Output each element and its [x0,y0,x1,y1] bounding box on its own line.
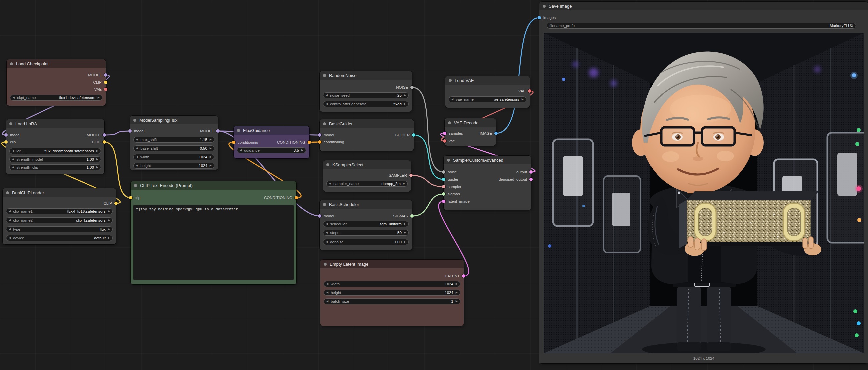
port-dot[interactable] [104,88,107,91]
port-dot[interactable] [232,141,235,144]
node-flux-guidance[interactable]: FluxGuidance conditioning CONDITIONING ◀… [234,126,309,158]
node-header[interactable]: Load VAE [445,76,530,85]
port-dot[interactable] [128,129,132,133]
widget-width[interactable]: ◀ width 1024 ▶ [323,281,460,287]
input-port-sampler[interactable]: sampler [442,184,461,189]
prev-value-icon[interactable]: ◀ [9,210,11,213]
widget-device[interactable]: ◀ device default ▶ [6,235,113,241]
node-dual-clip-loader[interactable]: DualCLIPLoader CLIP ◀ clip_name1 t5xxl_f… [3,188,116,244]
widget-base-shift[interactable]: ◀ base_shift 0.50 ▶ [133,145,215,152]
input-port-images[interactable]: images [538,15,556,20]
node-header[interactable]: RandomNoise [319,71,412,80]
node-sampler-custom-advanced[interactable]: SamplerCustomAdvanced noise guider sampl… [444,156,531,210]
port-dot[interactable] [410,214,414,218]
next-value-icon[interactable]: ▶ [96,150,98,152]
increment-icon[interactable]: ▶ [404,231,406,234]
input-port-guider[interactable]: guider [442,177,458,182]
port-dot[interactable] [308,141,311,144]
node-header[interactable]: ModelSamplingFlux [130,116,218,124]
decrement-icon[interactable]: ◀ [136,147,138,150]
input-port-model[interactable]: model [318,213,334,218]
increment-icon[interactable]: ▶ [96,158,98,161]
widget-steps[interactable]: ◀ steps 50 ▶ [323,230,409,236]
node-load-lora[interactable]: Load LoRA model clip MODEL CLIP ◀ lor ..… [6,119,104,174]
prev-value-icon[interactable]: ◀ [326,103,328,105]
widget-vae-name[interactable]: ◀ vae_name ae.safetensors ▶ [449,96,526,102]
collapse-dot[interactable] [543,5,546,8]
port-dot[interactable] [318,140,321,144]
prompt-textarea[interactable]: tjtoy toy holding sparkgpu gpu in a data… [133,205,293,280]
prev-value-icon[interactable]: ◀ [9,219,11,222]
widget-width[interactable]: ◀ width 1024 ▶ [133,154,215,160]
node-load-checkpoint[interactable]: Load Checkpoint MODEL CLIP VAE ◀ ckpt_na… [7,59,106,106]
next-value-icon[interactable]: ▶ [98,96,100,99]
increment-icon[interactable]: ▶ [456,291,458,294]
widget-type[interactable]: ◀ type flux ▶ [6,226,113,232]
widget-noise-seed[interactable]: ◀ noise_seed 25 ▶ [323,92,409,98]
next-value-icon[interactable]: ▶ [404,103,406,105]
next-value-icon[interactable]: ▶ [108,210,110,213]
collapse-dot[interactable] [323,74,326,77]
port-dot[interactable] [4,140,8,144]
node-load-vae[interactable]: Load VAE VAE ◀ vae_name ae.safetensors ▶ [445,76,530,108]
increment-icon[interactable]: ▶ [210,147,212,150]
input-port-model[interactable]: model [318,132,334,138]
port-dot[interactable] [409,174,413,177]
collapse-dot[interactable] [323,263,327,266]
increment-icon[interactable]: ▶ [301,149,303,152]
node-random-noise[interactable]: RandomNoise NOISE ◀ noise_seed 25 ▶ ◀ co… [319,71,412,112]
increment-icon[interactable]: ▶ [456,283,458,285]
widget-scheduler[interactable]: ◀ scheduler sgm_uniform ▶ [323,221,409,227]
input-port-model[interactable]: model [128,128,145,134]
node-header[interactable]: Load Checkpoint [7,59,106,68]
node-header[interactable]: SamplerCustomAdvanced [444,156,531,164]
port-dot[interactable] [442,170,445,174]
widget-filename-prefix[interactable]: filename_prefix MarkuryFLUX [547,23,856,29]
prev-value-icon[interactable]: ◀ [451,98,453,101]
decrement-icon[interactable]: ◀ [326,300,328,303]
widget-max-shift[interactable]: ◀ max_shift 1.15 ▶ [133,137,215,143]
node-basic-scheduler[interactable]: BasicScheduler model SIGMAS ◀ scheduler … [319,200,412,250]
node-ksampler-select[interactable]: KSamplerSelect SAMPLER ◀ sampler_name dp… [323,160,411,192]
input-port-vae[interactable]: vae [443,138,455,144]
port-dot[interactable] [462,274,465,278]
increment-icon[interactable]: ▶ [96,166,98,169]
decrement-icon[interactable]: ◀ [136,156,138,158]
input-port-conditioning[interactable]: conditioning [232,140,258,145]
decrement-icon[interactable]: ◀ [326,94,328,97]
port-dot[interactable] [104,73,107,77]
collapse-dot[interactable] [10,62,13,65]
node-save-image[interactable]: Save Image images filename_prefix Markur… [539,2,868,363]
input-port-samples[interactable]: samples [443,131,463,136]
node-header[interactable]: Load LoRA [6,119,104,128]
increment-icon[interactable]: ▶ [210,156,212,158]
node-header[interactable]: CLIP Text Encode (Prompt) [131,181,296,190]
input-port-conditioning[interactable]: conditioning [318,139,344,145]
output-port-vae[interactable]: VAE [518,88,531,94]
increment-icon[interactable]: ▶ [210,138,212,141]
port-dot[interactable] [104,81,107,84]
decrement-icon[interactable]: ◀ [326,231,328,234]
widget-clip-name1[interactable]: ◀ clip_name1 t5xxl_fp16.safetensors ▶ [6,208,113,214]
collapse-dot[interactable] [448,121,451,124]
widget-control-after-generate[interactable]: ◀ control after generate fixed ▶ [323,101,409,107]
input-port-sigmas[interactable]: sigmas [442,191,460,197]
port-dot[interactable] [294,196,298,199]
port-dot[interactable] [529,178,533,181]
output-port-guider[interactable]: GUIDER [395,132,415,138]
node-header[interactable]: DualCLIPLoader [3,188,116,197]
output-port-conditioning[interactable]: CONDITIONING [277,140,311,145]
widget-strength-model[interactable]: ◀ strength_model 1.00 ▶ [9,156,101,162]
input-port-model[interactable]: model [4,132,20,138]
node-model-sampling-flux[interactable]: ModelSamplingFlux model MODEL ◀ max_shif… [130,116,218,170]
node-header[interactable]: BasicGuider [319,119,414,128]
decrement-icon[interactable]: ◀ [136,138,138,141]
decrement-icon[interactable]: ◀ [326,291,328,294]
input-port-clip[interactable]: clip [129,195,141,200]
output-port-conditioning[interactable]: CONDITIONING [264,195,298,200]
output-port-noise[interactable]: NOISE [396,85,414,90]
increment-icon[interactable]: ▶ [456,300,458,303]
widget-denoise[interactable]: ◀ denoise 1.00 ▶ [323,239,409,245]
port-dot[interactable] [442,192,445,196]
node-header[interactable]: VAE Decode [445,118,496,127]
